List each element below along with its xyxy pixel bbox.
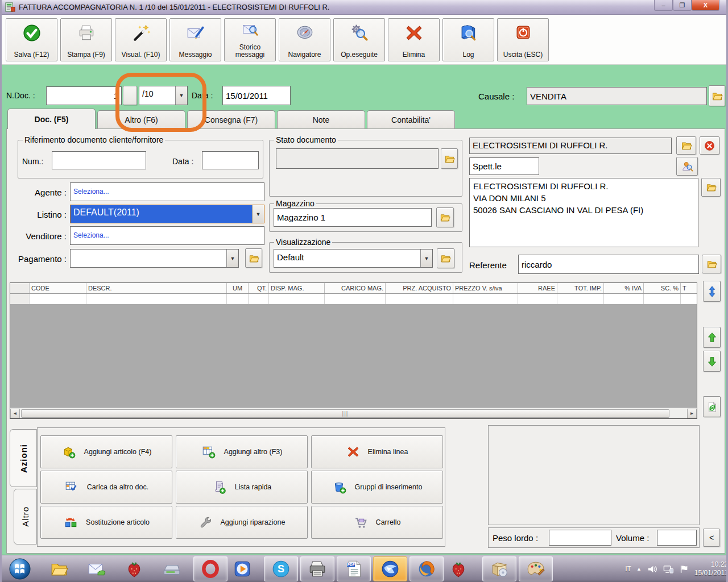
lista-rapida-button[interactable]: Lista rapida [176,471,308,504]
gruppi-inserimento-button[interactable]: Gruppi di inserimento [311,471,443,504]
aggiungi-riparazione-button[interactable]: Aggiungi riparazione [176,506,308,539]
tab-contabilita[interactable]: Contabilita' [367,110,455,128]
network-icon[interactable] [663,564,674,575]
cliente-lookup-button[interactable] [676,136,696,155]
language-indicator[interactable]: IT [625,565,631,573]
taskbar-explorer[interactable] [47,556,72,581]
listino-select[interactable]: DEFAULT(2011) ▼ [70,205,264,223]
rif-data-input[interactable] [202,151,259,169]
carrello-button[interactable]: Carrello [311,506,443,539]
side-tab-azioni[interactable]: Azioni [10,429,37,487]
storico-messaggi-button[interactable]: Storico messaggi [224,18,276,61]
table-horizontal-scrollbar[interactable]: ◄ ||| ► [10,408,697,418]
pagamento-select[interactable]: ▼ [70,249,239,268]
tray-expand-icon[interactable]: ▲ [636,566,642,572]
chevron-down-icon[interactable]: ▼ [226,250,238,267]
move-row-button[interactable] [703,281,721,302]
volume-input[interactable] [657,530,697,546]
uscita-button[interactable]: Uscita (ESC) [497,18,549,61]
referente-lookup-button[interactable] [702,255,721,273]
close-button[interactable]: X [692,0,719,11]
col-prezzo-siva[interactable]: PREZZO V. s/iva [453,283,518,293]
chevron-down-icon[interactable]: ▼ [252,205,264,223]
cliente-name-field[interactable]: ELECTROSISTEMI DI RUFFOLI R. [469,138,672,154]
magazzino-lookup-button[interactable] [436,207,454,227]
visualizzazione-select[interactable]: Default ▼ [274,249,433,268]
taskbar-strawberry[interactable] [122,556,147,581]
cliente-clear-button[interactable] [700,136,719,155]
row-down-button[interactable] [703,351,721,372]
refresh-rows-button[interactable] [703,396,721,417]
row-up-button[interactable] [703,327,721,348]
op-eseguite-button[interactable]: Op.eseguite [333,18,385,61]
collapse-totals-button[interactable]: < [703,529,720,547]
tab-consegna[interactable]: Consegna (F7) [187,110,275,128]
scroll-right-icon[interactable]: ► [687,409,697,418]
navigatore-button[interactable]: Navigatore [279,18,330,61]
causale-input[interactable] [527,87,707,105]
stato-input[interactable] [276,148,439,169]
col-qt[interactable]: QT. [249,283,269,293]
ndoc-input[interactable] [46,86,122,105]
col-tot-imp[interactable]: TOT. IMP. [557,283,604,293]
volume-icon[interactable] [647,564,657,575]
taskbar-pdf-creator[interactable] [337,556,371,581]
address-lookup-button[interactable] [701,178,721,197]
visualizzazione-lookup-button[interactable] [437,248,454,268]
aggiungi-articolo-button[interactable]: Aggiungi articolo (F4) [40,435,172,468]
col-disp-mag[interactable]: DISP. MAG. [269,283,325,293]
taskbar-skype[interactable] [264,556,298,581]
stato-lookup-button[interactable] [441,148,458,169]
referente-input[interactable] [518,255,699,274]
taskbar-firefox[interactable] [410,556,444,581]
rif-num-input[interactable] [52,151,146,169]
log-button[interactable]: Log [442,18,494,61]
col-iva[interactable]: % IVA [604,283,644,293]
col-um[interactable]: UM [227,283,249,293]
aggiungi-altro-button[interactable]: Aggiungi altro (F3) [176,435,308,468]
col-truncated[interactable]: T [681,283,697,293]
clock[interactable]: 10:22 15/01/2011 [694,560,728,577]
taskbar-paint[interactable] [519,556,553,581]
taskbar-thunderbird[interactable] [373,556,407,581]
tab-doc[interactable]: Doc. (F5) [7,109,96,129]
elimina-button[interactable]: Elimina [388,18,440,61]
col-code[interactable]: CODE [30,283,86,293]
ndoc-aux-button[interactable] [123,86,137,105]
agente-field[interactable]: Seleziona... [70,182,264,201]
taskbar-media-player[interactable] [230,556,255,581]
taskbar-strawberry-2[interactable] [446,556,471,581]
venditore-field[interactable]: Seleziona... [70,226,264,245]
tab-altro[interactable]: Altro (F6) [97,110,185,128]
cliente-detail-button[interactable] [676,157,698,176]
elimina-linea-button[interactable]: Elimina linea [311,435,443,468]
taskbar-scanner[interactable] [159,556,184,581]
pagamento-lookup-button[interactable] [245,248,262,268]
chevron-down-icon[interactable]: ▼ [175,86,187,105]
col-prz-acquisto[interactable]: PRZ. ACQUISTO [386,283,453,293]
col-descr[interactable]: DESCR. [86,283,227,293]
col-raee[interactable]: RAEE [518,283,557,293]
table-row[interactable] [10,294,697,304]
col-carico-mag[interactable]: CARICO MAG. [325,283,386,293]
taskbar-installer[interactable] [482,556,516,581]
taskbar-live-mail[interactable] [84,556,109,581]
restore-button[interactable]: ❐ [673,0,692,11]
salva-button[interactable]: Salva (F12) [6,18,57,61]
ndoc-suffix-select[interactable]: /10 ▼ [139,86,188,105]
action-center-flag-icon[interactable] [679,564,689,575]
tab-note[interactable]: Note [277,110,365,128]
side-tab-altro[interactable]: Altro [14,489,37,544]
sostituzione-articolo-button[interactable]: Sostituzione articolo [40,506,172,539]
stampa-button[interactable]: Stampa (F9) [60,18,112,61]
peso-lordo-input[interactable] [549,530,611,546]
chevron-down-icon[interactable]: ▼ [420,250,432,267]
scrollbar-thumb[interactable]: ||| [21,409,669,418]
start-button[interactable] [7,556,32,581]
taskbar-opera[interactable] [193,556,228,581]
cliente-address-box[interactable]: ELECTROSISTEMI DI RUFFOLI R. VIA DON MIL… [469,178,698,247]
causale-lookup-button[interactable] [709,85,725,106]
data-input[interactable] [222,86,291,105]
salutation-input[interactable] [469,157,539,175]
messaggio-button[interactable]: Messaggio [169,18,221,61]
